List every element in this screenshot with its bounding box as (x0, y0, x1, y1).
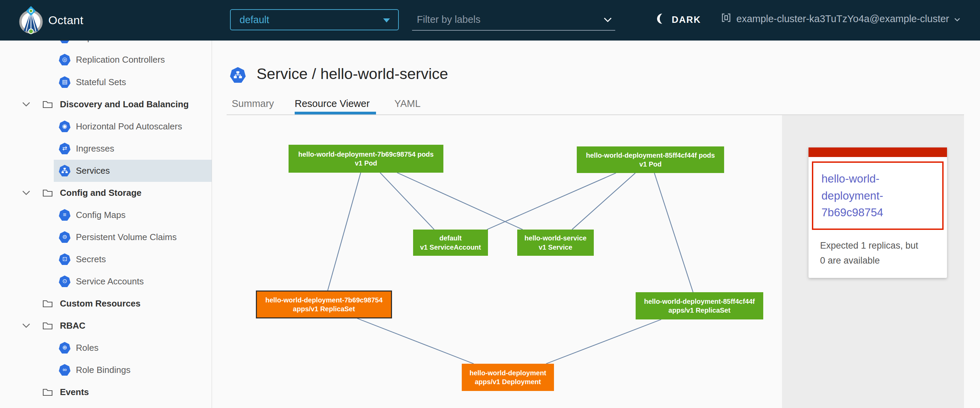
graph-node-service-hello-world-service[interactable]: hello-world-service v1 Service (517, 230, 594, 256)
sidebar-group-events[interactable]: Events (0, 381, 212, 403)
graph-node-pod-85ff4cf44f[interactable]: hello-world-deployment-85ff4cf44f pods v… (577, 147, 724, 173)
tab-yaml[interactable]: YAML (395, 98, 421, 109)
sidebar-item-replica-sets[interactable]: ▣ Replica Sets (0, 40, 212, 49)
ingress-icon: ⇄ (59, 143, 70, 154)
folder-icon (42, 299, 53, 309)
chevron-down-icon[interactable] (22, 102, 30, 108)
graph-node-serviceaccount-default[interactable]: default v1 ServiceAccount (413, 230, 488, 256)
role-icon: ⊕ (59, 342, 70, 354)
dark-toggle-label: DARK (672, 14, 701, 25)
sidebar-item-role-bindings[interactable]: ∞ Role Bindings (0, 359, 212, 381)
replicaset-alert-card: hello-world-deployment-7b69c98754 Expect… (808, 147, 947, 278)
sidebar-group-rbac[interactable]: RBAC (0, 315, 212, 337)
role-binding-icon: ∞ (59, 364, 70, 376)
cluster-icon (721, 12, 732, 26)
sidebar-group-discovery-and-load-balancing[interactable]: Discovery and Load Balancing (0, 93, 212, 115)
cluster-context-selector[interactable]: example-cluster-ka3TuTzYo4a@example-clus… (721, 12, 961, 26)
service-resource-icon (230, 67, 246, 83)
alert-severity-bar (808, 147, 947, 157)
configmap-icon: ≡ (59, 209, 70, 221)
cluster-context-label: example-cluster-ka3TuTzYo4a@example-clus… (737, 13, 949, 24)
folder-icon (42, 387, 53, 398)
alert-highlight-box: hello-world-deployment-7b69c98754 (812, 161, 943, 230)
tab-resource-viewer[interactable]: Resource Viewer (295, 98, 369, 109)
octant-logo-icon (17, 5, 45, 37)
sidebar-group-config-and-storage[interactable]: Config and Storage (0, 182, 212, 204)
moon-icon (655, 13, 667, 27)
app-name: Octant (48, 14, 83, 27)
active-tab-underline (295, 112, 376, 115)
main-content: Service / hello-world-service Summary Re… (212, 40, 980, 408)
page-title: Service / hello-world-service (256, 65, 448, 83)
sidebar-group-custom-resources[interactable]: Custom Resources (0, 293, 212, 315)
sidebar-item-services[interactable]: Services (0, 160, 212, 182)
alert-message: Expected 1 replicas, but 0 are available (820, 238, 943, 268)
graph-node-replicaset-7b69c98754[interactable]: hello-world-deployment-7b69c98754 apps/v… (256, 290, 392, 319)
replicaset-link[interactable]: hello-world-deployment-7b69c98754 (821, 170, 934, 221)
folder-icon (42, 188, 53, 199)
sidebar-item-stateful-sets[interactable]: ▤ Stateful Sets (0, 71, 212, 93)
chevron-down-icon[interactable] (22, 323, 30, 330)
secret-icon: ⊡ (59, 253, 70, 265)
replicaset-icon: ▣ (59, 40, 70, 43)
dark-theme-toggle[interactable]: DARK (655, 13, 701, 27)
sidebar-item-persistent-volume-claims[interactable]: ⊜ Persistent Volume Claims (0, 226, 212, 248)
sidebar-item-config-maps[interactable]: ≡ Config Maps (0, 204, 212, 226)
statefulset-icon: ▤ (59, 76, 70, 88)
graph-node-pod-7b69c98754[interactable]: hello-world-deployment-7b69c98754 pods v… (288, 145, 443, 173)
graph-node-deployment-hello-world[interactable]: hello-world-deployment apps/v1 Deploymen… (462, 364, 554, 391)
label-filter-input[interactable] (412, 10, 596, 29)
dropdown-caret-icon (383, 18, 390, 22)
node-detail-panel: hello-world-deployment-7b69c98754 Expect… (782, 115, 964, 408)
resource-graph: hello-world-deployment-7b69c98754 pods v… (212, 115, 782, 408)
hpa-icon: ◉ (59, 121, 70, 132)
sidebar-nav: ▣ Replica Sets ◎ Replication Controllers… (0, 40, 212, 408)
chevron-down-icon[interactable] (22, 190, 30, 197)
folder-icon (42, 321, 53, 332)
tab-summary[interactable]: Summary (232, 98, 274, 109)
label-filter (412, 10, 615, 31)
sidebar-item-service-accounts[interactable]: ⊙ Service Accounts (0, 270, 212, 293)
sidebar-item-ingresses[interactable]: ⇄ Ingresses (0, 138, 212, 160)
sidebar-item-secrets[interactable]: ⊡ Secrets (0, 248, 212, 270)
sidebar-item-roles[interactable]: ⊕ Roles (0, 337, 212, 359)
namespace-dropdown[interactable]: default (230, 9, 399, 30)
service-account-icon: ⊙ (59, 276, 70, 287)
graph-node-replicaset-85ff4cf44f[interactable]: hello-world-deployment-85ff4cf44f apps/v… (636, 292, 763, 319)
sidebar-item-replication-controllers[interactable]: ◎ Replication Controllers (0, 49, 212, 71)
replication-controller-icon: ◎ (59, 54, 70, 65)
sidebar-item-horizontal-pod-autoscalers[interactable]: ◉ Horizontal Pod Autoscalers (0, 115, 212, 138)
namespace-dropdown-value: default (240, 14, 269, 26)
pvc-icon: ⊜ (59, 231, 70, 243)
context-chevron-down-icon (954, 13, 961, 24)
filter-chevron-down-icon[interactable] (603, 17, 612, 24)
app-header: Octant default DARK example-cluster-ka3T… (0, 0, 980, 40)
folder-icon (42, 99, 53, 110)
